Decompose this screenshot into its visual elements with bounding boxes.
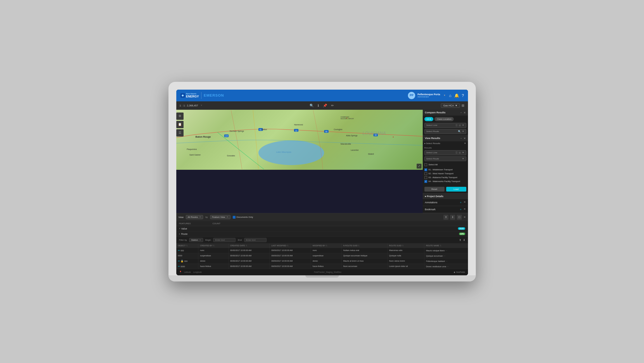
home-icon[interactable]: ⌂ bbox=[449, 93, 451, 98]
measure-icon[interactable]: ✏ bbox=[331, 104, 334, 108]
info-icon[interactable]: ℹ bbox=[318, 104, 319, 108]
end-input[interactable] bbox=[244, 238, 267, 242]
filter-station-select[interactable]: Station ▼ bbox=[189, 238, 203, 242]
select-route-2[interactable]: Select Route ▼ bbox=[424, 156, 466, 161]
tab-hca[interactable]: HCA bbox=[424, 117, 434, 121]
checkbox-item-0[interactable]: ✓ 01 - Middletown Transport bbox=[424, 168, 466, 171]
route-guid-cell: Nunc varius lorem bbox=[387, 258, 424, 264]
search-small-icon: 🔍 bbox=[458, 130, 461, 133]
bottom-panel-close[interactable]: ✕ bbox=[464, 216, 466, 219]
edit-icon[interactable]: ✏ bbox=[178, 265, 180, 268]
checkbox-3[interactable]: ✓ bbox=[424, 180, 427, 183]
filter-import-icon[interactable]: ⬇ bbox=[463, 238, 465, 242]
table-row[interactable]: ✏ 🔒 000 donec 00/00/2017 10:00:00 AM 00/… bbox=[176, 258, 468, 264]
table-copy-icon[interactable]: ⊡ bbox=[457, 215, 462, 220]
map-extent-button[interactable]: ⤢ bbox=[417, 164, 422, 169]
compare-results-section: Compare Results − ✕ HCA Class Location bbox=[423, 110, 468, 135]
view-toolbar-right: ⬆ ⬇ ⊡ ✕ bbox=[443, 215, 466, 220]
view-minus-icon[interactable]: − bbox=[460, 137, 462, 140]
feature-name-value: Value bbox=[181, 227, 458, 230]
checkbox-item-3[interactable]: ✓ 04 - Waterworks Facility Transport bbox=[424, 180, 466, 183]
load-button[interactable]: Load bbox=[446, 187, 466, 192]
svg-text:Denham Springs: Denham Springs bbox=[230, 130, 244, 132]
col-created-date[interactable]: CREATED DATE ⇅ bbox=[228, 243, 270, 248]
checkbox-item-1[interactable]: 02 - West Haven Transport bbox=[424, 172, 466, 175]
map-tool-filter[interactable]: ☰ bbox=[176, 129, 184, 137]
compare-results-header[interactable]: Compare Results − ✕ bbox=[423, 110, 468, 116]
col-n-route-guid[interactable]: N ROUTE GUID ⇅ bbox=[341, 243, 387, 248]
select-all-checkbox[interactable] bbox=[424, 163, 427, 166]
checkbox-label-0: 01 - Middletown Transport bbox=[429, 168, 453, 171]
search-icon[interactable]: 🔍 bbox=[310, 104, 314, 108]
help-icon[interactable]: ? bbox=[462, 93, 464, 98]
value-count-badge: 2123 bbox=[458, 227, 465, 230]
annotations-close-icon[interactable]: ✕ bbox=[464, 200, 466, 204]
edit-icon[interactable]: ✏ bbox=[178, 249, 180, 252]
table-row[interactable]: ✏ 000 nunc 00/00/2017 10:00:00 AM 00/00/… bbox=[176, 248, 468, 253]
begin-input[interactable] bbox=[213, 238, 236, 242]
table-import-icon[interactable]: ⬇ bbox=[450, 215, 455, 220]
col-route-name[interactable]: ROUTE NAME ⇅ bbox=[424, 243, 468, 248]
reset-button[interactable]: Reset bbox=[424, 187, 445, 192]
bookmark-close-icon[interactable]: ✕ bbox=[464, 207, 466, 211]
docs-only-checkbox[interactable]: Documents Only bbox=[233, 216, 253, 219]
col-modified-by[interactable]: MODIFIED BY ⇅ bbox=[311, 243, 341, 248]
logo-area: New Haven ENERGY EMERSON bbox=[180, 92, 224, 99]
svg-text:Hammond: Hammond bbox=[294, 124, 303, 126]
view-results-header[interactable]: View Results − ✕ bbox=[423, 135, 468, 141]
checkbox-0[interactable]: ✓ bbox=[424, 168, 427, 171]
map-tool-settings[interactable]: ⚙ bbox=[176, 113, 184, 120]
table-export-icon[interactable]: ⬆ bbox=[443, 215, 448, 220]
filter-chevron: ▼ bbox=[199, 239, 201, 241]
col-created-by[interactable]: CREATED BY ⇅ bbox=[198, 243, 228, 248]
feature-row-route[interactable]: ▸ Route 875 bbox=[176, 231, 468, 237]
scale-dropdown-icon[interactable]: ▼ bbox=[200, 104, 203, 107]
features-header: FEATURES COUNT bbox=[176, 221, 468, 226]
data-table: OBJECT ⇅ CREATED BY ⇅ CREATED DATE ⇅ LAS… bbox=[176, 243, 468, 269]
data-table-container[interactable]: OBJECT ⇅ CREATED BY ⇅ CREATED DATE ⇅ LAS… bbox=[176, 243, 468, 269]
svg-text:55: 55 bbox=[325, 130, 327, 132]
more-icon[interactable]: ··· bbox=[447, 265, 449, 268]
notification-icon[interactable]: 🔔 bbox=[454, 93, 459, 98]
view-close-icon[interactable]: ✕ bbox=[464, 137, 466, 140]
feature-row-value[interactable]: ▾ Value 2123 bbox=[176, 226, 468, 231]
route-count-badge: 875 bbox=[459, 233, 465, 235]
pin-icon[interactable]: 📌 bbox=[323, 104, 327, 108]
route-name-cell: Donec vestibulum urna ··· bbox=[424, 264, 468, 269]
layers-icon[interactable]: ⊞ bbox=[462, 104, 464, 108]
gas-hca-button[interactable]: Gas HCA ▼ bbox=[441, 103, 460, 108]
filter-export-icon[interactable]: ⬆ bbox=[459, 238, 461, 242]
created-date-cell: 00/00/2017 10:00:00 AM bbox=[228, 258, 270, 264]
edit-icon[interactable]: ✏ bbox=[178, 260, 180, 262]
select-line-2[interactable]: Select Line ☰ ⊞ ▼ bbox=[424, 150, 466, 155]
more-icon[interactable]: ··· bbox=[445, 249, 447, 252]
map-area[interactable]: 110 63 12 55 36 ✈ ✈ Baton Rouge bbox=[176, 110, 423, 170]
col-last-modified[interactable]: LAST MODIFIED ⇅ bbox=[270, 243, 311, 248]
bookmark-add-icon[interactable]: ＋ bbox=[459, 207, 462, 211]
all-routes-select[interactable]: All Routes ▼ bbox=[186, 215, 203, 219]
select-line-1[interactable]: Select Line ☰ ⊞ ▼ bbox=[424, 123, 466, 128]
checkbox-2[interactable] bbox=[424, 176, 427, 179]
checkbox-1[interactable] bbox=[424, 172, 427, 175]
project-details-header[interactable]: ▸ Project Details bbox=[423, 194, 468, 199]
table-row[interactable]: 0000 suspendisse 00/00/2017 10:00:00 AM … bbox=[176, 253, 468, 258]
select-results-row[interactable]: ▸ Select Results ▼ bbox=[423, 141, 468, 145]
map-tool-layers[interactable]: 📋 bbox=[176, 121, 184, 128]
select-route-1[interactable]: Select Route 🔍 ▼ bbox=[424, 129, 466, 134]
tab-class-location[interactable]: Class Location bbox=[434, 117, 453, 121]
user-role: Administrator bbox=[417, 96, 440, 98]
checkbox-item-2[interactable]: 03 - Alabama Facility Transport bbox=[424, 176, 466, 179]
more-icon[interactable]: ··· bbox=[445, 260, 448, 262]
col-route-guid[interactable]: ROUTE GUID ⇅ bbox=[387, 243, 424, 248]
location-icon: 📍 bbox=[179, 271, 182, 273]
compare-minus-icon[interactable]: − bbox=[460, 111, 462, 114]
feature-view-select[interactable]: Feature View ▼ bbox=[210, 215, 230, 219]
annotations-add-icon[interactable]: ＋ bbox=[459, 200, 462, 204]
compare-close-icon[interactable]: ✕ bbox=[464, 111, 466, 114]
user-info[interactable]: PP Pellentesque Porta Administrator ▼ bbox=[408, 92, 446, 99]
table-row[interactable]: ✏ 0000 fusce-finibus 00/00/2017 10:00:00… bbox=[176, 264, 468, 269]
docs-checkbox[interactable] bbox=[233, 216, 236, 219]
more-icon[interactable]: ··· bbox=[443, 254, 446, 257]
col-object[interactable]: OBJECT ⇅ bbox=[176, 243, 198, 248]
svg-point-1 bbox=[182, 95, 183, 96]
